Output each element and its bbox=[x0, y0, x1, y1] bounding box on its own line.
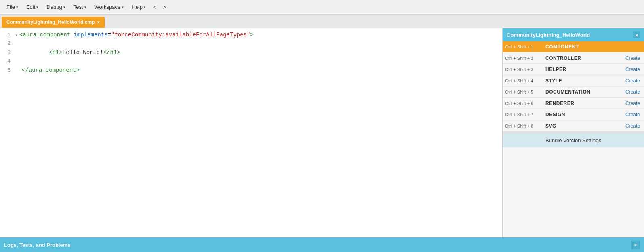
component-sidebar: CommunityLightning_HelloWorld » Ctrl + S… bbox=[503, 28, 644, 237]
sidebar-row-controller[interactable]: Ctrl + Shift + 2 CONTROLLER Create bbox=[503, 52, 644, 64]
menu-test-arrow: ▾ bbox=[84, 5, 86, 9]
line-num-4: 4 bbox=[3, 58, 15, 64]
line-num-1: 1 bbox=[3, 32, 15, 38]
menu-edit-arrow: ▾ bbox=[36, 5, 38, 9]
menu-workspace-arrow: ▾ bbox=[122, 5, 124, 9]
menu-test[interactable]: Test ▾ bbox=[70, 3, 90, 11]
menu-bar: File ▾ Edit ▾ Debug ▾ Test ▾ Workspace ▾… bbox=[0, 0, 644, 15]
line-arrow-4 bbox=[15, 59, 20, 64]
tab-bar: CommunityLightning_HelloWorld.cmp × bbox=[0, 15, 644, 28]
menu-debug-label: Debug bbox=[46, 4, 62, 10]
sidebar-row-svg[interactable]: Ctrl + Shift + 8 SVG Create bbox=[503, 120, 644, 132]
code-content-area[interactable]: 1 ▾ <aura:component implements="forceCom… bbox=[0, 28, 502, 237]
sidebar-row-component[interactable]: Ctrl + Shift + 1 COMPONENT bbox=[503, 41, 644, 52]
nav-back-button[interactable]: < bbox=[151, 3, 159, 12]
sidebar-row-renderer[interactable]: Ctrl + Shift + 6 RENDERER Create bbox=[503, 98, 644, 109]
label-renderer: RENDERER bbox=[545, 101, 624, 106]
menu-edit[interactable]: Edit ▾ bbox=[23, 3, 42, 11]
menu-debug[interactable]: Debug ▾ bbox=[43, 3, 68, 11]
code-editor[interactable]: 1 ▾ <aura:component implements="forceCom… bbox=[0, 28, 503, 237]
sidebar-row-documentation[interactable]: Ctrl + Shift + 5 DOCUMENTATION Create bbox=[503, 86, 644, 98]
statusbar-right: + bbox=[631, 241, 640, 249]
menu-edit-label: Edit bbox=[26, 4, 35, 10]
menu-file-label: File bbox=[6, 4, 15, 10]
label-documentation: DOCUMENTATION bbox=[545, 89, 624, 95]
status-bar: Logs, Tests, and Problems + bbox=[0, 237, 644, 252]
menu-file-arrow: ▾ bbox=[16, 5, 18, 9]
shortcut-renderer: Ctrl + Shift + 6 bbox=[505, 101, 545, 106]
create-design-button[interactable]: Create bbox=[624, 111, 642, 118]
sidebar-header: CommunityLightning_HelloWorld » bbox=[503, 28, 644, 41]
bundle-version-section[interactable]: Bundle Version Settings bbox=[503, 133, 644, 147]
code-text-1: <aura:component implements="forceCommuni… bbox=[19, 32, 499, 38]
menu-test-label: Test bbox=[74, 4, 83, 10]
menu-help[interactable]: Help ▾ bbox=[128, 3, 149, 11]
label-helper: HELPER bbox=[545, 67, 624, 72]
tab-label: CommunityLightning_HelloWorld.cmp bbox=[6, 19, 95, 25]
shortcut-style: Ctrl + Shift + 4 bbox=[505, 78, 545, 83]
code-text-5: </aura:component> bbox=[22, 67, 499, 74]
bundle-version-label: Bundle Version Settings bbox=[545, 137, 601, 143]
code-text-3: <h1>Hello World!</h1> bbox=[22, 49, 499, 56]
code-line-5: 5 </aura:component> bbox=[0, 67, 502, 76]
create-helper-button[interactable]: Create bbox=[624, 66, 642, 73]
code-line-1: 1 ▾ <aura:component implements="forceCom… bbox=[0, 32, 502, 40]
line-num-2: 2 bbox=[3, 40, 15, 46]
label-component: COMPONENT bbox=[545, 44, 642, 50]
main-area: 1 ▾ <aura:component implements="forceCom… bbox=[0, 28, 644, 237]
create-controller-button[interactable]: Create bbox=[624, 55, 642, 62]
sidebar-row-design[interactable]: Ctrl + Shift + 7 DESIGN Create bbox=[503, 109, 644, 120]
editor-tab[interactable]: CommunityLightning_HelloWorld.cmp × bbox=[2, 17, 105, 28]
menu-debug-arrow: ▾ bbox=[63, 5, 65, 9]
sidebar-title: CommunityLightning_HelloWorld bbox=[507, 32, 590, 38]
menu-file[interactable]: File ▾ bbox=[3, 3, 21, 11]
line-num-3: 3 bbox=[3, 50, 15, 56]
menu-help-label: Help bbox=[132, 4, 143, 10]
tab-close-button[interactable]: × bbox=[97, 20, 99, 25]
create-style-button[interactable]: Create bbox=[624, 77, 642, 84]
shortcut-design: Ctrl + Shift + 7 bbox=[505, 112, 545, 117]
line-arrow-2 bbox=[15, 42, 20, 46]
shortcut-documentation: Ctrl + Shift + 5 bbox=[505, 90, 545, 94]
line-arrow-3 bbox=[15, 51, 20, 55]
create-documentation-button[interactable]: Create bbox=[624, 88, 642, 96]
statusbar-icon-button[interactable]: + bbox=[631, 241, 640, 249]
label-controller: CONTROLLER bbox=[545, 55, 624, 61]
label-svg: SVG bbox=[545, 123, 624, 129]
shortcut-helper: Ctrl + Shift + 3 bbox=[505, 67, 545, 72]
code-line-3: 3 <h1>Hello World!</h1> bbox=[0, 49, 502, 58]
sidebar-expand-button[interactable]: » bbox=[633, 32, 640, 38]
code-line-4: 4 bbox=[0, 58, 502, 67]
menu-workspace[interactable]: Workspace ▾ bbox=[91, 3, 127, 11]
sidebar-row-helper[interactable]: Ctrl + Shift + 3 HELPER Create bbox=[503, 64, 644, 75]
code-line-2: 2 bbox=[0, 40, 502, 49]
shortcut-controller: Ctrl + Shift + 2 bbox=[505, 56, 545, 61]
shortcut-component: Ctrl + Shift + 1 bbox=[505, 44, 545, 49]
line-arrow-1: ▾ bbox=[15, 33, 18, 38]
create-svg-button[interactable]: Create bbox=[624, 122, 642, 130]
line-arrow-5 bbox=[15, 69, 20, 73]
menu-workspace-label: Workspace bbox=[95, 4, 121, 10]
nav-forward-button[interactable]: > bbox=[160, 3, 168, 12]
label-design: DESIGN bbox=[545, 112, 624, 118]
status-bar-label: Logs, Tests, and Problems bbox=[4, 242, 70, 248]
create-renderer-button[interactable]: Create bbox=[624, 100, 642, 107]
sidebar-row-style[interactable]: Ctrl + Shift + 4 STYLE Create bbox=[503, 75, 644, 86]
label-style: STYLE bbox=[545, 78, 624, 84]
shortcut-svg: Ctrl + Shift + 8 bbox=[505, 124, 545, 128]
menu-help-arrow: ▾ bbox=[144, 5, 146, 9]
line-num-5: 5 bbox=[3, 67, 15, 74]
